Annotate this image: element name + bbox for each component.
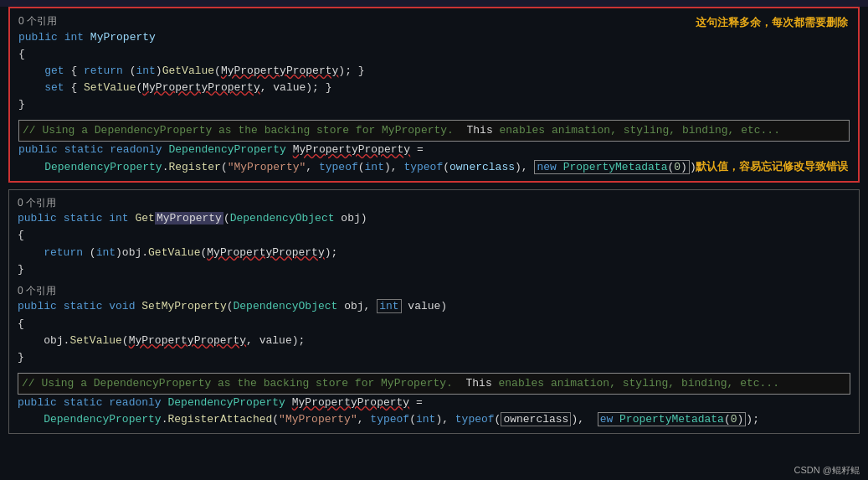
code-line: {	[18, 227, 850, 244]
code-line: public static int GetMyProperty(Dependen…	[18, 210, 850, 227]
code-line: }	[18, 96, 850, 113]
code-line: }	[18, 349, 850, 366]
code-line: set { SetValue(MyPropertyProperty, value…	[18, 80, 850, 96]
section2: 0 个引用 public static int GetMyProperty(De…	[8, 189, 860, 435]
code-line: {	[18, 46, 850, 63]
code-line: {	[18, 316, 850, 333]
code-line: }	[18, 261, 850, 278]
annotation2: 默认值，容易忘记修改导致错误	[696, 159, 848, 174]
ref-count-2: 0 个引用	[18, 195, 850, 211]
code-line: public static readonly DependencyPropert…	[18, 395, 850, 411]
annotation1: 这句注释多余，每次都需要删除	[696, 15, 848, 30]
code-line: public static readonly DependencyPropert…	[18, 142, 850, 158]
watermark: CSDN @鲲籽鲲	[786, 461, 868, 480]
comment-line: // Using a DependencyProperty as the bac…	[23, 122, 845, 139]
comment-line-2: // Using a DependencyProperty as the bac…	[22, 375, 846, 392]
section1: 0 个引用 public int MyProperty { get { retu…	[8, 7, 860, 183]
code-line: public int MyProperty	[18, 29, 850, 46]
code-line: get { return (int)GetValue(MyPropertyPro…	[18, 63, 850, 80]
code-line: obj.SetValue(MyPropertyProperty, value);	[18, 333, 850, 349]
code-line: public static void SetMyProperty(Depende…	[18, 298, 850, 315]
code-line: return (int)obj.GetValue(MyPropertyPrope…	[18, 245, 850, 261]
main-container: 0 个引用 public int MyProperty { get { retu…	[0, 7, 868, 480]
code-line: DependencyProperty.RegisterAttached("MyP…	[18, 411, 850, 428]
inner-block-2: // Using a DependencyProperty as the bac…	[18, 373, 850, 395]
ref-count-3: 0 个引用	[18, 283, 850, 299]
inner-block-1: // Using a DependencyProperty as the bac…	[18, 120, 850, 142]
